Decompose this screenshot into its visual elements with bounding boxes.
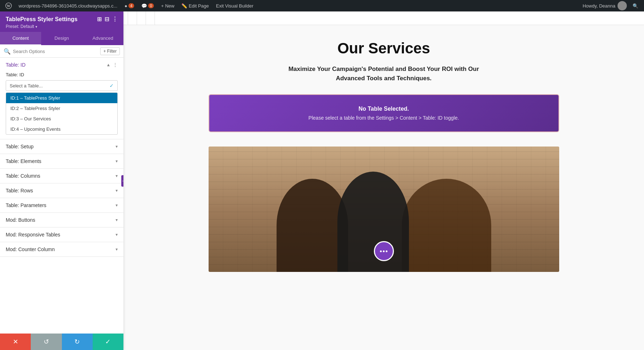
search-icon: 🔍	[4, 48, 11, 55]
table-placeholder: No Table Selected. Please select a table…	[209, 94, 559, 132]
admin-bar-howdy[interactable]: Howdy, Deanna	[580, 1, 630, 10]
dropdown-option-4[interactable]: ID:4 – Upcoming Events	[6, 124, 117, 134]
section-table-columns: Table: Columns ▾	[0, 169, 123, 183]
window-icon[interactable]: ⊞	[97, 16, 102, 23]
section-table-setup-header[interactable]: Table: Setup ▾	[0, 139, 123, 154]
section-table-rows: Table: Rows ▾	[0, 183, 123, 198]
sidebar-title: TablePress Styler Settings ⊞ ⊟ ⋮	[6, 16, 118, 23]
admin-bar-comments[interactable]: 💬 0	[138, 0, 157, 11]
section-table-elements-header[interactable]: Table: Elements ▾	[0, 154, 123, 168]
dropdown-option-3[interactable]: ID:3 – Our Services	[6, 114, 117, 124]
section-table-id-title: Table: ID	[6, 62, 25, 68]
person-silhouette-3	[402, 179, 491, 272]
close-button[interactable]: ✕	[0, 334, 31, 350]
section-mod-buttons-header[interactable]: Mod: Buttons ▾	[0, 213, 123, 227]
search-icon[interactable]: 🔍	[630, 0, 641, 11]
resize-handle[interactable]	[121, 175, 123, 187]
table-no-selected-title: No Table Selected.	[216, 106, 551, 112]
floating-bubble[interactable]	[374, 241, 394, 261]
dot-2	[383, 250, 385, 252]
builder-bar	[123, 11, 644, 25]
section-mod-counter-header[interactable]: Mod: Counter Column ▾	[0, 242, 123, 256]
chevron-down-icon-2: ▾	[116, 159, 118, 164]
person-silhouette-2	[337, 172, 409, 272]
section-mod-responsive: Mod: Responsive Tables ▾	[0, 227, 123, 242]
tab-content[interactable]: Content	[0, 32, 41, 45]
section-table-rows-header[interactable]: Table: Rows ▾	[0, 183, 123, 198]
section-mod-buttons: Mod: Buttons ▾	[0, 213, 123, 227]
page-subheading: Maximize Your Campaign's Potential and B…	[277, 64, 491, 83]
redo-button[interactable]: ↻	[62, 334, 93, 350]
chevron-down-icon-6: ▾	[116, 217, 118, 222]
section-table-parameters-header[interactable]: Table: Parameters ▾	[0, 198, 123, 212]
table-id-dropdown: Select a Table... ✓ ID:1 – TablePress St…	[6, 80, 118, 135]
search-input[interactable]	[13, 49, 98, 54]
chevron-down-icon-4: ▾	[116, 188, 118, 193]
section-table-elements-title: Table: Elements	[6, 158, 42, 164]
section-table-columns-header[interactable]: Table: Columns ▾	[0, 169, 123, 183]
admin-bar-right: Howdy, Deanna 🔍	[580, 0, 641, 11]
section-table-columns-title: Table: Columns	[6, 173, 40, 179]
tab-design[interactable]: Design	[41, 32, 82, 45]
dot-1	[380, 250, 382, 252]
chevron-down-icon: ▾	[116, 144, 118, 149]
sidebar-title-icons: ⊞ ⊟ ⋮	[97, 16, 118, 23]
chevron-down-icon-3: ▾	[116, 173, 118, 178]
section-table-parameters-title: Table: Parameters	[6, 202, 47, 208]
section-mod-responsive-title: Mod: Responsive Tables	[6, 232, 60, 238]
table-id-label: Table: ID	[6, 72, 118, 77]
section-mod-buttons-title: Mod: Buttons	[6, 217, 35, 223]
preset-chevron-icon: ▾	[35, 25, 37, 29]
section-table-elements: Table: Elements ▾	[0, 154, 123, 169]
chevron-up-icon: ▲	[106, 62, 111, 67]
save-button[interactable]: ✓	[93, 334, 123, 350]
section-more-icon[interactable]: ⋮	[113, 62, 118, 68]
table-placeholder-inner: No Table Selected. Please select a table…	[209, 95, 558, 131]
chevron-down-icon-5: ▾	[116, 203, 118, 208]
svg-text:W: W	[7, 4, 10, 8]
admin-bar-new[interactable]: + New	[158, 0, 177, 11]
columns-icon[interactable]: ⊟	[104, 16, 109, 23]
wp-logo[interactable]: W	[3, 0, 14, 11]
section-table-parameters: Table: Parameters ▾	[0, 198, 123, 213]
section-mod-counter: Mod: Counter Column ▾	[0, 242, 123, 257]
more-icon[interactable]: ⋮	[112, 16, 118, 23]
filter-button[interactable]: + Filter	[100, 47, 120, 55]
section-table-id-content: Table: ID Select a Table... ✓ ID:1 – Tab…	[0, 72, 123, 139]
section-table-setup: Table: Setup ▾	[0, 139, 123, 154]
section-table-setup-title: Table: Setup	[6, 144, 34, 149]
avatar	[618, 1, 627, 10]
undo-button[interactable]: ↺	[31, 334, 62, 350]
admin-bar-site[interactable]: wordpress-784896-3610405.cloudwaysapps.c…	[16, 0, 120, 11]
dropdown-option-2[interactable]: ID:2 – TablePress Styler	[6, 103, 117, 114]
dropdown-option-1[interactable]: ID:1 – TablePress Styler	[6, 93, 117, 103]
chevron-down-icon-7: ▾	[116, 232, 118, 237]
sidebar-bottom-bar: ✕ ↺ ↻ ✓	[0, 334, 123, 350]
section-table-id: Table: ID ▲ ⋮ Table: ID Select a Table..…	[0, 58, 123, 139]
table-no-selected-subtitle: Please select a table from the Settings …	[216, 115, 551, 121]
builder-bar-item-2[interactable]	[137, 11, 146, 25]
main-content: Our Services Maximize Your Campaign's Po…	[123, 11, 644, 350]
sidebar-tabs: Content Design Advanced	[0, 32, 123, 45]
image-section	[209, 147, 559, 272]
section-table-rows-title: Table: Rows	[6, 188, 33, 193]
table-id-dropdown-list: ID:1 – TablePress Styler ID:2 – TablePre…	[6, 92, 118, 135]
admin-bar: W wordpress-784896-3610405.cloudwaysapps…	[0, 0, 644, 11]
sidebar-preset[interactable]: Preset: Default ▾	[6, 24, 118, 29]
admin-bar-updates[interactable]: ● 4	[122, 0, 137, 11]
table-id-dropdown-trigger[interactable]: Select a Table... ✓	[6, 80, 118, 91]
admin-bar-exit-builder[interactable]: Exit Visual Builder	[213, 0, 257, 11]
check-icon: ✓	[109, 83, 114, 88]
tab-advanced[interactable]: Advanced	[82, 32, 123, 45]
page-heading: Our Services	[209, 39, 559, 57]
admin-bar-edit-page[interactable]: ✏️ Edit Page	[179, 0, 211, 11]
section-mod-responsive-header[interactable]: Mod: Responsive Tables ▾	[0, 227, 123, 242]
builder-bar-item-1[interactable]	[128, 11, 137, 25]
section-table-id-header[interactable]: Table: ID ▲ ⋮	[0, 58, 123, 72]
section-mod-counter-title: Mod: Counter Column	[6, 246, 55, 252]
sidebar-search: 🔍 + Filter	[0, 45, 123, 58]
sidebar-header: TablePress Styler Settings ⊞ ⊟ ⋮ Preset:…	[0, 11, 123, 32]
main-layout: TablePress Styler Settings ⊞ ⊟ ⋮ Preset:…	[0, 11, 644, 350]
dot-3	[386, 250, 387, 252]
builder-bar-item-3[interactable]	[146, 11, 155, 25]
